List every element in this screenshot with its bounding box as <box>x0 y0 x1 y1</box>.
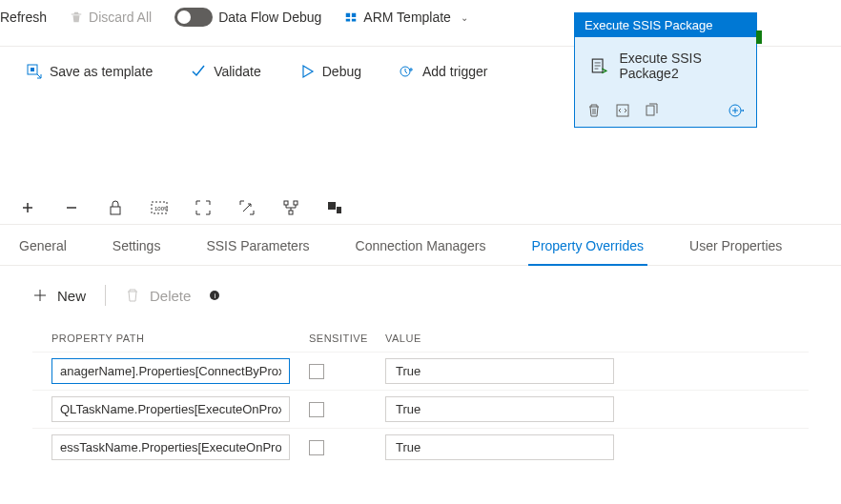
zoom-100-button[interactable]: 100% <box>151 199 168 216</box>
header-property-path: PROPERTY PATH <box>51 333 309 344</box>
table-row <box>32 390 809 428</box>
lock-button[interactable] <box>107 199 124 216</box>
property-path-input[interactable] <box>51 396 290 422</box>
debug-toggle[interactable] <box>174 8 213 27</box>
svg-text:100%: 100% <box>154 206 168 212</box>
svg-rect-1 <box>31 68 34 71</box>
zoom-out-button[interactable] <box>63 199 80 216</box>
debug-toggle-group: Data Flow Debug <box>174 8 321 27</box>
sensitive-checkbox[interactable] <box>309 440 324 455</box>
crud-bar: New Delete i <box>0 266 841 325</box>
divider <box>105 285 106 306</box>
canvas-toolbar: 100% <box>0 192 841 225</box>
trash-icon <box>125 288 140 303</box>
canvas-area[interactable]: Execute SSIS Package Execute SSIS Packag… <box>0 96 841 192</box>
ssis-package-icon <box>590 55 607 76</box>
auto-align-button[interactable] <box>238 199 256 216</box>
plus-icon <box>32 288 48 303</box>
table-header: PROPERTY PATH SENSITIVE VALUE <box>32 325 809 352</box>
code-icon[interactable] <box>615 103 630 118</box>
property-path-input[interactable] <box>51 434 290 460</box>
svg-rect-11 <box>294 201 297 205</box>
add-trigger-label: Add trigger <box>422 64 487 79</box>
save-as-template-button[interactable]: Save as template <box>27 64 153 79</box>
tab-ssis-parameters[interactable]: SSIS Parameters <box>206 238 309 265</box>
table-row <box>32 352 809 390</box>
play-icon <box>299 64 315 79</box>
tab-connection-managers[interactable]: Connection Managers <box>356 238 486 265</box>
discard-all-button[interactable]: Discard All <box>70 10 152 25</box>
chevron-down-icon: ⌄ <box>461 12 468 23</box>
header-value: VALUE <box>385 333 790 344</box>
header-sensitive: SENSITIVE <box>309 333 385 344</box>
activity-body-label: Execute SSIS Package2 <box>619 50 741 81</box>
value-input[interactable] <box>385 396 614 422</box>
debug-button[interactable]: Debug <box>299 64 361 79</box>
save-template-label: Save as template <box>50 64 153 79</box>
validate-button[interactable]: Validate <box>191 64 261 79</box>
svg-rect-5 <box>646 106 654 115</box>
delete-label: Delete <box>150 288 191 304</box>
trash-icon <box>70 10 83 24</box>
tab-label: SSIS Parameters <box>206 238 309 253</box>
zoom-in-button[interactable] <box>19 199 36 216</box>
new-button[interactable]: New <box>32 288 86 304</box>
copy-icon[interactable] <box>644 103 659 118</box>
tab-property-overrides[interactable]: Property Overrides <box>532 238 644 265</box>
svg-rect-12 <box>289 211 293 214</box>
tab-label: Property Overrides <box>532 238 644 253</box>
save-template-icon <box>27 64 42 79</box>
svg-rect-14 <box>337 207 341 213</box>
table-row <box>32 428 809 466</box>
tab-label: User Properties <box>689 238 782 253</box>
new-label: New <box>57 288 86 304</box>
delete-icon[interactable] <box>586 103 602 118</box>
value-input[interactable] <box>385 358 614 384</box>
tabs: General Settings SSIS Parameters Connect… <box>0 225 841 266</box>
arm-template-label: ARM Template <box>363 10 451 25</box>
tab-user-properties[interactable]: User Properties <box>689 238 782 265</box>
fit-to-screen-button[interactable] <box>195 199 212 216</box>
svg-rect-13 <box>328 202 336 210</box>
refresh-button[interactable]: Refresh <box>0 10 47 25</box>
add-output-icon[interactable] <box>728 102 745 119</box>
sensitive-checkbox[interactable] <box>309 402 324 417</box>
discard-label: Discard All <box>89 10 152 25</box>
tab-label: General <box>19 238 67 253</box>
property-overrides-table: PROPERTY PATH SENSITIVE VALUE <box>0 325 841 466</box>
minimap-button[interactable] <box>326 199 343 216</box>
svg-rect-10 <box>284 201 288 205</box>
checkmark-icon <box>191 64 206 79</box>
debug-label: Debug <box>322 64 361 79</box>
success-handle[interactable] <box>756 30 762 44</box>
info-icon[interactable]: i <box>210 291 219 300</box>
value-input[interactable] <box>385 434 614 460</box>
svg-rect-7 <box>111 207 120 214</box>
activity-footer <box>575 94 756 127</box>
tab-label: Connection Managers <box>356 238 486 253</box>
refresh-label: Refresh <box>0 10 47 25</box>
activity-header-label: Execute SSIS Package <box>585 18 712 32</box>
activity-header: Execute SSIS Package <box>575 13 756 37</box>
property-path-input[interactable] <box>51 358 290 384</box>
tab-settings[interactable]: Settings <box>113 238 161 265</box>
arm-template-dropdown[interactable]: ARM Template ⌄ <box>344 10 468 25</box>
activity-body: Execute SSIS Package2 <box>575 37 756 94</box>
validate-label: Validate <box>214 64 261 79</box>
sensitive-checkbox[interactable] <box>309 364 324 379</box>
arm-template-icon <box>344 10 358 24</box>
add-trigger-button[interactable]: Add trigger <box>400 64 487 79</box>
layout-button[interactable] <box>282 199 299 216</box>
tab-label: Settings <box>113 238 161 253</box>
tab-general[interactable]: General <box>19 238 67 265</box>
delete-button[interactable]: Delete <box>125 288 191 304</box>
debug-toggle-label: Data Flow Debug <box>218 10 321 25</box>
activity-card[interactable]: Execute SSIS Package Execute SSIS Packag… <box>574 12 757 128</box>
add-trigger-icon <box>400 64 415 79</box>
